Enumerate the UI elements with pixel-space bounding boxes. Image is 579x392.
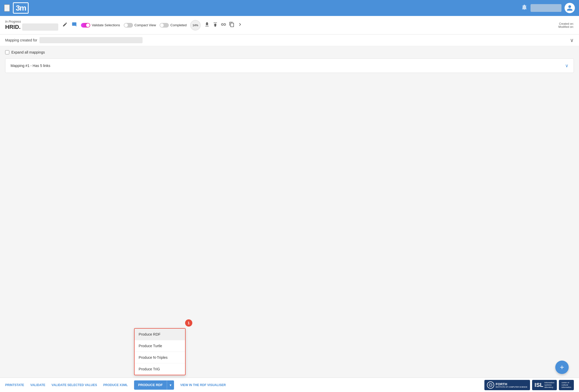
mapping-info-collapse[interactable]: ∨ xyxy=(570,37,574,43)
copy-icon[interactable] xyxy=(229,22,235,29)
completed-label: Completed xyxy=(170,23,187,27)
mapping-block-1: Mapping #1 - Has 5 links ∨ xyxy=(5,58,574,73)
printstate-link[interactable]: PRINTSTATE xyxy=(5,383,24,387)
compact-view-group: Compact View xyxy=(124,23,156,28)
compact-view-label: Compact View xyxy=(135,23,156,27)
more-icon[interactable] xyxy=(237,22,243,29)
forth-name: FORTH xyxy=(496,382,527,386)
progress-badge: 14% xyxy=(190,20,201,30)
main-content: Expand all mappings Mapping #1 - Has 5 l… xyxy=(0,46,579,378)
validate-selections-group: Validate Selections xyxy=(81,23,120,28)
status-label: In Progress xyxy=(5,20,58,23)
upload-icon[interactable] xyxy=(212,22,218,29)
toolbar-controls: Validate Selections Compact View Complet… xyxy=(81,20,554,30)
expand-mappings-label: Expand all mappings xyxy=(11,50,45,54)
dropdown-item-produce-turtle[interactable]: Produce Turtle xyxy=(135,340,185,352)
toolbar-left: In Progress HRID. xyxy=(5,20,58,31)
progress-percent: 14% xyxy=(193,24,198,27)
forth-circle-icon xyxy=(487,381,494,389)
dropdown-item-produce-ntriples[interactable]: Produce N-Triples xyxy=(135,352,185,363)
isl-label: ISL xyxy=(535,382,543,388)
hrid-label: HRID. xyxy=(5,24,21,30)
dropdown-item-produce-trig[interactable]: Produce TriG xyxy=(135,363,185,375)
produce-rdf-dropdown-menu: 1 Produce RDF Produce Turtle Produce N-T… xyxy=(134,328,186,375)
mapping-info-bar: Mapping created for ∨ xyxy=(0,35,579,46)
header-right xyxy=(521,3,575,13)
produce-rdf-group: 1 Produce RDF Produce Turtle Produce N-T… xyxy=(134,380,174,390)
footer-bar: PRINTSTATE VALIDATE VALIDATE SELECTED VA… xyxy=(0,378,579,392)
toolbar-metadata: Created on: Modified on: xyxy=(558,22,574,28)
chat-button[interactable] xyxy=(72,22,77,28)
mapping-block-arrow[interactable]: ∨ xyxy=(565,63,568,69)
menu-icon[interactable]: ☰ xyxy=(4,4,10,12)
expand-mappings-checkbox[interactable] xyxy=(5,50,9,54)
footer-brand: FORTH INSTITUTE OF COMPUTER SCIENCE ISL … xyxy=(484,380,574,390)
dropdown-badge: 1 xyxy=(185,319,192,327)
hrid-section: HRID. xyxy=(5,23,58,31)
forth-subtitle: INSTITUTE OF COMPUTER SCIENCE xyxy=(496,386,527,388)
hrid-value xyxy=(22,23,58,31)
modified-on: Modified on: xyxy=(558,25,574,28)
app-logo: 3m xyxy=(13,2,29,14)
mapping-block-title: Mapping #1 - Has 5 links xyxy=(11,64,50,68)
produce-x3ml-link[interactable]: PRODUCE X3ML xyxy=(103,383,128,387)
forth-logo: FORTH INSTITUTE OF COMPUTER SCIENCE xyxy=(484,380,530,390)
avatar[interactable] xyxy=(565,3,575,13)
validate-link[interactable]: VALIDATE xyxy=(30,383,45,387)
mapping-info-value xyxy=(39,37,143,43)
mapping-info-label: Mapping created for xyxy=(5,38,37,42)
download-icon[interactable] xyxy=(204,22,210,29)
created-on: Created on: xyxy=(558,22,574,25)
ics-logo: center of cultural informatics xyxy=(559,380,574,390)
isl-logo: ISL information systems laboratory xyxy=(532,380,557,390)
toolbar-action-icons xyxy=(204,22,243,29)
validate-selected-link[interactable]: VALIDATE SELECTED VALUES xyxy=(52,383,97,387)
logo-text: 3m xyxy=(13,2,29,14)
isl-subtitle: information xyxy=(544,381,555,384)
completed-group: Completed xyxy=(160,23,187,28)
completed-toggle[interactable] xyxy=(160,23,169,28)
notifications-icon[interactable] xyxy=(521,4,527,12)
validate-selections-label: Validate Selections xyxy=(92,23,120,27)
header: ☰ 3m xyxy=(0,0,579,16)
dropdown-item-produce-rdf[interactable]: Produce RDF xyxy=(135,329,185,340)
header-search-input[interactable] xyxy=(531,4,561,12)
ics-subtitle: center of xyxy=(561,381,571,384)
fab-add-button[interactable]: + xyxy=(555,361,569,374)
toolbar: In Progress HRID. Validate Selections Co xyxy=(0,16,579,35)
link-icon[interactable] xyxy=(221,22,226,29)
expand-mappings-row: Expand all mappings xyxy=(5,50,574,54)
edit-button[interactable] xyxy=(62,22,68,28)
view-rdf-link[interactable]: VIEW IN THE RDF VISUALISER xyxy=(180,383,226,387)
validate-selections-toggle[interactable] xyxy=(81,23,90,28)
produce-rdf-dropdown-button[interactable]: ▾ xyxy=(167,380,174,390)
compact-view-toggle[interactable] xyxy=(124,23,133,28)
produce-rdf-button[interactable]: PRODUCE RDF xyxy=(134,380,167,390)
